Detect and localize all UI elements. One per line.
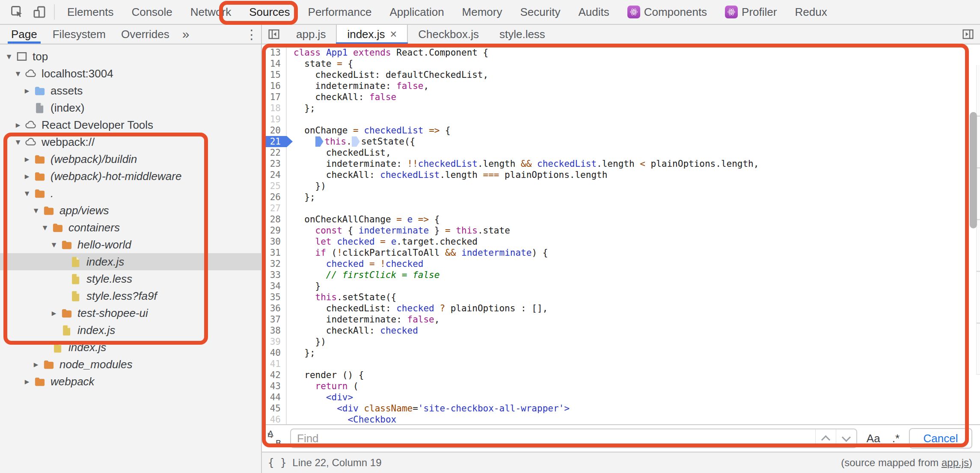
inspect-element-icon[interactable] [6,0,28,24]
editor-tab-checkbox-js[interactable]: Checkbox.js [408,25,489,44]
line-number[interactable]: 30 [262,236,286,247]
line-number[interactable]: 46 [262,414,286,424]
line-number[interactable]: 24 [262,169,286,180]
tree-item-style-less[interactable]: style.less [0,270,261,287]
line-number[interactable]: 28 [262,214,286,225]
execution-line-number[interactable]: 21 [262,136,286,147]
expand-arrow-icon[interactable]: ▾ [12,68,24,79]
kebab-menu-icon[interactable]: ⋮ [242,25,261,44]
tree-item-index[interactable]: (index) [0,99,261,116]
code-content[interactable]: class App1 extends React.Component { sta… [287,44,980,424]
sidebar-tab-page[interactable]: Page [3,25,45,44]
tab-elements[interactable]: Elements [58,0,122,24]
line-number[interactable]: 44 [262,392,286,403]
line-number-gutter[interactable]: 1314151617181920212223242526272829303132… [262,44,287,424]
tree-item-style-less-fa9f[interactable]: style.less?fa9f [0,287,261,304]
line-number[interactable]: 32 [262,258,286,269]
expand-arrow-icon[interactable]: ▾ [21,188,33,198]
tree-item-webpack-hot-middleware[interactable]: ▸(webpack)-hot-middleware [0,168,261,185]
line-number[interactable]: 29 [262,225,286,236]
collapse-arrow-icon[interactable]: ▸ [12,120,24,130]
tree-item-containers[interactable]: ▾containers [0,219,261,236]
tab-application[interactable]: Application [380,0,453,24]
tab-audits[interactable]: Audits [569,0,618,24]
tree-item-index-js[interactable]: index.js [0,322,261,339]
sidebar-tab-overrides[interactable]: Overrides [113,25,177,44]
tree-item-index-js[interactable]: index.js [0,253,261,270]
line-number[interactable]: 22 [262,147,286,158]
line-number[interactable]: 15 [262,69,286,80]
line-number[interactable]: 13 [262,47,286,58]
tree-item-index-js[interactable]: index.js [0,339,261,356]
pretty-print-icon[interactable]: { } [268,457,286,469]
tree-item-top[interactable]: ▾top [0,48,261,65]
expand-arrow-icon[interactable]: ▾ [39,222,50,233]
continue-to-here-marker[interactable] [315,136,324,147]
tab-overflow-chevron[interactable]: » [177,25,195,44]
collapse-arrow-icon[interactable]: ▸ [21,86,33,96]
tree-item-webpack[interactable]: ▾webpack:// [0,133,261,151]
regex-button[interactable]: .* [890,432,902,445]
tree-item-item[interactable]: ▾. [0,185,261,202]
line-number[interactable]: 27 [262,203,286,214]
close-tab-icon[interactable]: × [390,28,397,41]
tab-security[interactable]: Security [511,0,570,24]
tab-sources[interactable]: Sources [240,0,299,24]
tab-memory[interactable]: Memory [453,0,511,24]
sidebar-tab-filesystem[interactable]: Filesystem [45,25,113,44]
editor-tab-style-less[interactable]: style.less [489,25,555,44]
tab-components[interactable]: Components [618,0,716,24]
tree-item-app-views[interactable]: ▾app/views [0,202,261,219]
editor-tab-index-js[interactable]: index.js× [336,25,408,44]
scrollbar-thumb[interactable] [970,112,977,228]
tree-item-hello-world[interactable]: ▾hello-world [0,236,261,253]
line-number[interactable]: 45 [262,403,286,414]
line-number[interactable]: 36 [262,303,286,314]
line-number[interactable]: 19 [262,114,286,125]
source-map-link[interactable]: app.js [941,457,969,468]
line-number[interactable]: 35 [262,292,286,303]
tree-item-webpack[interactable]: ▸webpack [0,373,261,390]
line-number[interactable]: 17 [262,92,286,103]
editor-scrollbar[interactable] [968,65,980,424]
line-number[interactable]: 43 [262,381,286,392]
find-input[interactable] [291,429,815,447]
line-number[interactable]: 16 [262,80,286,92]
cancel-button[interactable]: Cancel [909,428,972,449]
tree-item-webpack-buildin[interactable]: ▸(webpack)/buildin [0,151,261,168]
collapse-arrow-icon[interactable]: ▸ [21,154,33,164]
tree-item-node-modules[interactable]: ▸node_modules [0,356,261,373]
code-editor[interactable]: 1314151617181920212223242526272829303132… [262,44,980,424]
expand-arrow-icon[interactable]: ▾ [48,239,59,250]
line-number[interactable]: 25 [262,180,286,192]
show-debugger-sidebar-icon[interactable] [956,25,980,44]
find-next-button[interactable] [836,429,856,447]
hide-navigator-icon[interactable] [262,25,286,44]
tab-profiler[interactable]: Profiler [716,0,786,24]
find-previous-button[interactable] [815,429,836,447]
line-number[interactable]: 34 [262,281,286,292]
line-number[interactable]: 38 [262,325,286,336]
device-toolbar-icon[interactable] [28,0,50,24]
tree-item-react-developer-tools[interactable]: ▸React Developer Tools [0,116,261,133]
tree-item-localhost-3004[interactable]: ▾localhost:3004 [0,65,261,82]
line-number[interactable]: 42 [262,370,286,381]
tab-console[interactable]: Console [122,0,181,24]
tab-redux[interactable]: Redux [786,0,836,24]
expand-arrow-icon[interactable]: ▾ [30,205,42,216]
tab-network[interactable]: Network [181,0,240,24]
line-number[interactable]: 20 [262,125,286,136]
expand-arrow-icon[interactable]: ▾ [12,137,24,147]
expand-arrow-icon[interactable]: ▾ [3,51,15,62]
line-number[interactable]: 37 [262,314,286,325]
line-number[interactable]: 33 [262,269,286,281]
line-number[interactable]: 39 [262,336,286,347]
collapse-arrow-icon[interactable]: ▸ [30,359,42,370]
line-number[interactable]: 26 [262,192,286,203]
collapse-arrow-icon[interactable]: ▸ [48,308,59,318]
line-number[interactable]: 18 [262,103,286,114]
tab-performance[interactable]: Performance [299,0,381,24]
line-number[interactable]: 14 [262,58,286,69]
editor-tab-app-js[interactable]: app.js [286,25,336,44]
line-number[interactable]: 23 [262,158,286,169]
